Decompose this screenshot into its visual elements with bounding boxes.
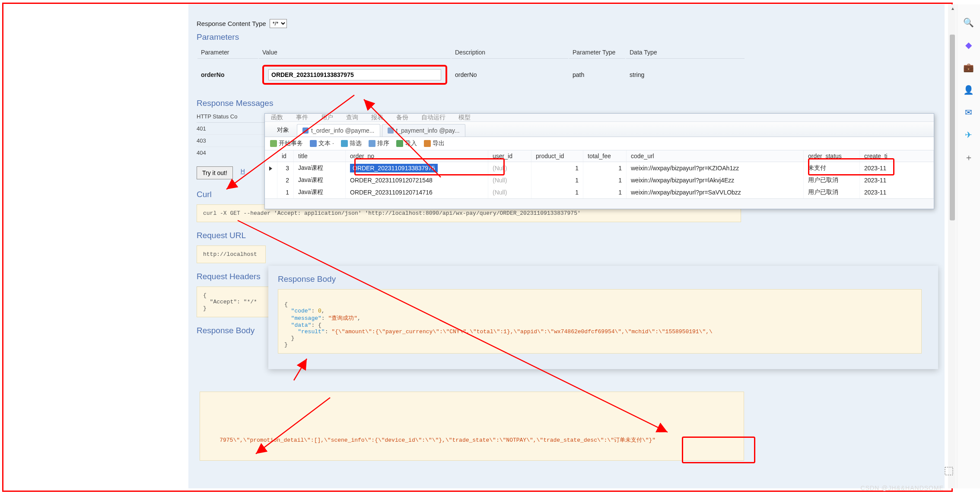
db-cell-user-id[interactable]: (Null) <box>488 174 531 186</box>
table-icon <box>302 127 309 134</box>
db-menu-item[interactable]: 函数 <box>271 114 283 121</box>
db-menu-item[interactable]: 事件 <box>296 114 308 121</box>
db-text-button[interactable]: 文本 · <box>310 140 334 147</box>
db-col-title[interactable]: title <box>294 150 346 162</box>
db-menu-item[interactable]: 报表 <box>371 114 383 121</box>
db-menu-item[interactable]: 备份 <box>396 114 408 121</box>
request-url-heading: Request URL <box>197 228 750 243</box>
hide-response-link[interactable]: H <box>241 168 245 175</box>
db-cell-total-fee[interactable]: 1 <box>583 162 627 175</box>
db-col-code-url[interactable]: code_url <box>627 150 804 162</box>
db-tab-label: t_order_info @payme... <box>311 127 375 134</box>
annotation-trade-state-box <box>682 437 755 463</box>
param-value-input[interactable] <box>268 69 441 80</box>
sort-icon <box>369 140 375 147</box>
db-cell-id[interactable]: 3 <box>277 162 294 175</box>
db-tab-label: t_payment_info @pay... <box>396 127 460 134</box>
db-cell-code-url[interactable]: weixin://wxpay/bizpayurl?pr=KZIOAh1zz <box>627 162 804 175</box>
col-parameter: Parameter <box>197 46 258 59</box>
person-icon[interactable]: 👤 <box>964 85 974 95</box>
response-content-type-label: Response Content Type <box>197 20 266 27</box>
response-body-main-block[interactable]: 7975\",\"promotion_detail\":[],\"scene_i… <box>200 392 744 461</box>
db-cell-title[interactable]: Java课程 <box>294 186 346 198</box>
db-cell-id[interactable]: 2 <box>277 174 294 186</box>
db-cell-total-fee[interactable]: 1 <box>583 186 627 198</box>
db-cell-order-status[interactable]: 用户已取消 <box>804 174 860 186</box>
db-cell-order-status[interactable]: 用户已取消 <box>804 186 860 198</box>
db-cell-product-id[interactable]: 1 <box>531 186 583 198</box>
vertical-scrollbar-thumb[interactable] <box>950 35 955 220</box>
db-cell-order-no[interactable]: ORDER_20231109120714716 <box>346 186 488 198</box>
db-col-id[interactable]: id <box>277 150 294 162</box>
param-value-highlight-box <box>262 65 447 85</box>
scroll-up-arrow-icon[interactable]: ▲ <box>951 6 955 11</box>
selection-icon[interactable] <box>944 466 955 478</box>
import-icon <box>396 140 403 147</box>
db-menu-item[interactable]: 查询 <box>346 114 358 121</box>
db-tab-payment-info[interactable]: t_payment_info @pay... <box>382 124 465 137</box>
db-cell-code-url[interactable]: weixin://wxpay/bizpayurl?pr=lAkvj4Ezz <box>627 174 804 186</box>
response-messages-heading: Response Messages <box>197 96 750 111</box>
begin-tx-icon <box>270 140 277 147</box>
db-import-button[interactable]: 导入 <box>396 140 417 147</box>
db-export-button[interactable]: 导出 <box>424 140 445 147</box>
db-col-product-id[interactable]: product_id <box>531 150 583 162</box>
db-toolbar: 开始事务 文本 · 筛选 排序 导入 导出 <box>265 137 934 150</box>
parameter-row: orderNo orderNo path string <box>197 60 745 90</box>
db-menu-item[interactable]: 用户 <box>321 114 333 121</box>
db-filter-button[interactable]: 筛选 <box>341 140 362 147</box>
try-it-out-button[interactable]: Try it out! <box>197 166 233 179</box>
db-col-total-fee[interactable]: total_fee <box>583 150 627 162</box>
db-row-marker-cell <box>265 186 277 198</box>
db-tabstrip: 对象 t_order_info @payme... t_payment_info… <box>265 122 934 137</box>
search-icon[interactable]: 🔍 <box>964 17 974 28</box>
db-cell-order-no[interactable]: ORDER_20231109120721548 <box>346 174 488 186</box>
response-body-main-area: 7975\",\"promotion_detail\":[],\"scene_i… <box>200 389 747 467</box>
db-cell-user-id[interactable]: (Null) <box>488 186 531 198</box>
plus-icon[interactable]: ＋ <box>964 152 974 163</box>
db-menu-item[interactable]: 自动运行 <box>421 114 445 121</box>
db-row[interactable]: 1Java课程ORDER_20231109120714716(Null)11we… <box>265 186 934 198</box>
app-right-sidebar: 🔍 ◆ 💼 👤 ✉ ✈ ＋ <box>957 4 980 488</box>
db-begin-tx-button[interactable]: 开始事务 <box>270 140 303 147</box>
parameters-table: Parameter Value Description Parameter Ty… <box>197 45 745 91</box>
db-cell-id[interactable]: 1 <box>277 186 294 198</box>
db-cell-title[interactable]: Java课程 <box>294 162 346 175</box>
col-data-type: Data Type <box>626 46 745 59</box>
request-headers-block[interactable]: { "Accept": "*/* } <box>197 287 270 317</box>
col-param-type: Parameter Type <box>569 46 625 59</box>
db-footer <box>265 198 934 209</box>
outlook-icon[interactable]: ✉ <box>964 107 974 118</box>
db-row[interactable]: 2Java课程ORDER_20231109120721548(Null)11we… <box>265 174 934 186</box>
response-main-text: 7975\",\"promotion_detail\":[],\"scene_i… <box>220 437 655 443</box>
db-objects-tab[interactable]: 对象 <box>269 124 297 137</box>
table-icon <box>388 127 394 134</box>
briefcase-icon[interactable]: 💼 <box>964 62 974 73</box>
db-cell-product-id[interactable]: 1 <box>531 162 583 175</box>
db-col-marker <box>265 150 277 162</box>
watermark: CSDN @JH&&HANDSOME <box>861 484 944 491</box>
svg-rect-0 <box>945 467 953 475</box>
response-body-json-block[interactable]: { "code": 0, "message": "查询成功", "data": … <box>278 289 922 354</box>
db-sort-button[interactable]: 排序 <box>369 140 389 147</box>
db-cell-total-fee[interactable]: 1 <box>583 174 627 186</box>
db-menu-item[interactable]: 模型 <box>458 114 471 121</box>
export-icon <box>424 140 431 147</box>
content-type-select[interactable]: */* <box>270 19 287 28</box>
db-top-menu: 函数 事件 用户 查询 报表 备份 自动运行 模型 <box>265 114 934 122</box>
request-url-block[interactable]: http://localhost <box>197 245 266 263</box>
db-cell-code-url[interactable]: weixin://wxpay/bizpayurl?pr=SaVVLObzz <box>627 186 804 198</box>
param-datatype: string <box>626 60 745 90</box>
diamond-icon[interactable]: ◆ <box>964 40 974 50</box>
db-cell-create-time[interactable]: 2023-11 <box>860 186 934 198</box>
db-cell-title[interactable]: Java课程 <box>294 174 346 186</box>
telegram-icon[interactable]: ✈ <box>964 130 974 140</box>
db-tab-order-info[interactable]: t_order_info @payme... <box>297 124 380 137</box>
annotation-order-status-box <box>808 158 894 175</box>
db-cell-create-time[interactable]: 2023-11 <box>860 174 934 186</box>
db-row-marker-cell <box>265 174 277 186</box>
db-cell-product-id[interactable]: 1 <box>531 174 583 186</box>
param-type: path <box>569 60 625 90</box>
response-body-panel: Response Body { "code": 0, "message": "查… <box>268 266 938 369</box>
param-value-cell <box>259 60 451 90</box>
